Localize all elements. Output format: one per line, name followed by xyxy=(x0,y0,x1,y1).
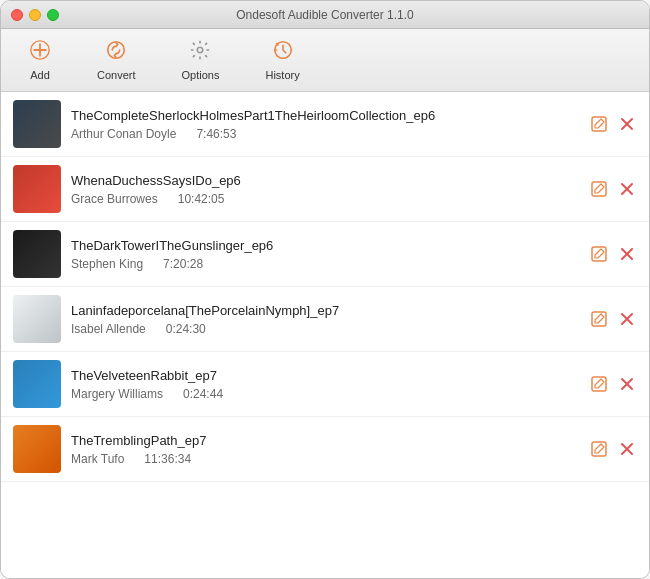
convert-label: Convert xyxy=(97,69,136,81)
delete-button[interactable] xyxy=(617,309,637,329)
book-duration: 11:36:34 xyxy=(144,452,191,466)
book-cover xyxy=(13,230,61,278)
close-button[interactable] xyxy=(11,9,23,21)
book-actions xyxy=(589,114,637,134)
convert-button[interactable]: Convert xyxy=(89,35,144,85)
book-author: Isabel Allende xyxy=(71,322,146,336)
book-actions xyxy=(589,374,637,394)
book-cover xyxy=(13,165,61,213)
edit-button[interactable] xyxy=(589,114,609,134)
book-title: TheTremblingPath_ep7 xyxy=(71,433,579,448)
book-title: WhenaDuchessSaysIDo_ep6 xyxy=(71,173,579,188)
toolbar: Add Convert Options xyxy=(1,29,649,92)
window-title: Ondesoft Audible Converter 1.1.0 xyxy=(236,8,413,22)
book-duration: 7:46:53 xyxy=(196,127,236,141)
book-author: Grace Burrowes xyxy=(71,192,158,206)
book-meta: Margery Williams 0:24:44 xyxy=(71,387,579,401)
options-button[interactable]: Options xyxy=(174,35,228,85)
add-icon xyxy=(29,39,51,67)
book-meta: Stephen King 7:20:28 xyxy=(71,257,579,271)
book-duration: 0:24:30 xyxy=(166,322,206,336)
book-actions xyxy=(589,439,637,459)
book-cover xyxy=(13,360,61,408)
book-title: Laninfadeporcelana[ThePorcelainNymph]_ep… xyxy=(71,303,579,318)
svg-point-2 xyxy=(198,47,204,53)
history-label: History xyxy=(265,69,299,81)
book-info: TheCompleteSherlockHolmesPart1TheHeirloo… xyxy=(71,108,579,141)
edit-button[interactable] xyxy=(589,374,609,394)
book-author: Arthur Conan Doyle xyxy=(71,127,176,141)
book-row: TheDarkTowerITheGunslinger_ep6 Stephen K… xyxy=(1,222,649,287)
book-title: TheDarkTowerITheGunslinger_ep6 xyxy=(71,238,579,253)
book-row: Laninfadeporcelana[ThePorcelainNymph]_ep… xyxy=(1,287,649,352)
book-actions xyxy=(589,309,637,329)
book-meta: Grace Burrowes 10:42:05 xyxy=(71,192,579,206)
edit-button[interactable] xyxy=(589,179,609,199)
options-label: Options xyxy=(182,69,220,81)
svg-rect-9 xyxy=(592,442,606,456)
book-author: Mark Tufo xyxy=(71,452,124,466)
svg-rect-6 xyxy=(592,247,606,261)
history-icon xyxy=(272,39,294,67)
book-meta: Mark Tufo 11:36:34 xyxy=(71,452,579,466)
delete-button[interactable] xyxy=(617,179,637,199)
book-meta: Arthur Conan Doyle 7:46:53 xyxy=(71,127,579,141)
edit-button[interactable] xyxy=(589,309,609,329)
book-duration: 10:42:05 xyxy=(178,192,225,206)
delete-button[interactable] xyxy=(617,244,637,264)
book-author: Margery Williams xyxy=(71,387,163,401)
book-info: Laninfadeporcelana[ThePorcelainNymph]_ep… xyxy=(71,303,579,336)
book-list: TheCompleteSherlockHolmesPart1TheHeirloo… xyxy=(1,92,649,579)
book-info: TheTremblingPath_ep7 Mark Tufo 11:36:34 xyxy=(71,433,579,466)
book-duration: 7:20:28 xyxy=(163,257,203,271)
delete-button[interactable] xyxy=(617,439,637,459)
add-label: Add xyxy=(30,69,50,81)
svg-rect-7 xyxy=(592,312,606,326)
convert-icon xyxy=(105,39,127,67)
book-cover xyxy=(13,100,61,148)
book-cover xyxy=(13,425,61,473)
delete-button[interactable] xyxy=(617,114,637,134)
history-button[interactable]: History xyxy=(257,35,307,85)
book-row: WhenaDuchessSaysIDo_ep6 Grace Burrowes 1… xyxy=(1,157,649,222)
edit-button[interactable] xyxy=(589,244,609,264)
minimize-button[interactable] xyxy=(29,9,41,21)
book-actions xyxy=(589,179,637,199)
book-row: TheTremblingPath_ep7 Mark Tufo 11:36:34 xyxy=(1,417,649,482)
book-title: TheVelveteenRabbit_ep7 xyxy=(71,368,579,383)
edit-button[interactable] xyxy=(589,439,609,459)
book-author: Stephen King xyxy=(71,257,143,271)
svg-rect-4 xyxy=(592,117,606,131)
book-actions xyxy=(589,244,637,264)
maximize-button[interactable] xyxy=(47,9,59,21)
svg-rect-5 xyxy=(592,182,606,196)
options-icon xyxy=(189,39,211,67)
traffic-lights xyxy=(11,9,59,21)
book-row: TheCompleteSherlockHolmesPart1TheHeirloo… xyxy=(1,92,649,157)
book-info: TheVelveteenRabbit_ep7 Margery Williams … xyxy=(71,368,579,401)
book-info: TheDarkTowerITheGunslinger_ep6 Stephen K… xyxy=(71,238,579,271)
add-button[interactable]: Add xyxy=(21,35,59,85)
book-cover xyxy=(13,295,61,343)
book-row: TheVelveteenRabbit_ep7 Margery Williams … xyxy=(1,352,649,417)
title-bar: Ondesoft Audible Converter 1.1.0 xyxy=(1,1,649,29)
book-title: TheCompleteSherlockHolmesPart1TheHeirloo… xyxy=(71,108,579,123)
book-info: WhenaDuchessSaysIDo_ep6 Grace Burrowes 1… xyxy=(71,173,579,206)
book-meta: Isabel Allende 0:24:30 xyxy=(71,322,579,336)
delete-button[interactable] xyxy=(617,374,637,394)
svg-rect-8 xyxy=(592,377,606,391)
svg-point-1 xyxy=(108,42,125,59)
book-duration: 0:24:44 xyxy=(183,387,223,401)
